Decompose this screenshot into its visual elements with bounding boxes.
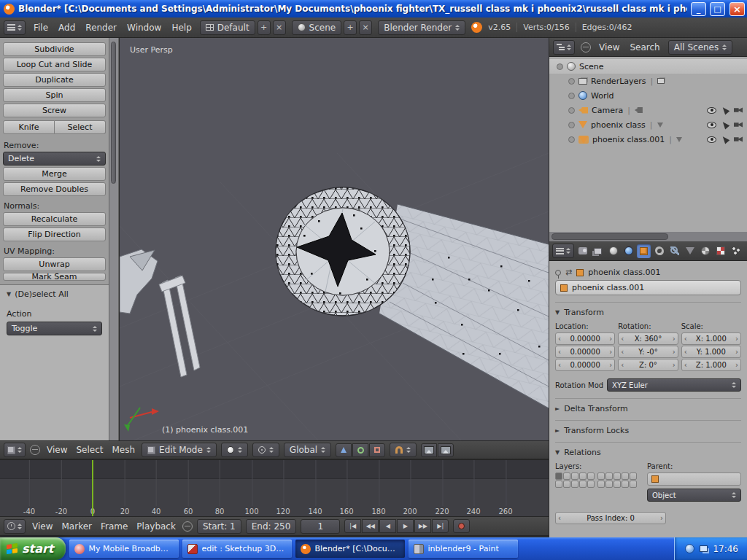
jump-to-start-button[interactable]: |◀ <box>344 519 361 533</box>
knife-button[interactable]: Knife <box>3 120 55 134</box>
layer-cell[interactable] <box>571 481 578 488</box>
orientation-dropdown[interactable]: Global <box>284 443 331 457</box>
expand-toggle-icon[interactable] <box>568 93 575 99</box>
opengl-render-anim-button[interactable] <box>438 443 454 457</box>
relations-panel-header[interactable]: ▼ Relations <box>555 448 741 457</box>
layer-cell[interactable] <box>579 472 587 480</box>
layer-cell[interactable] <box>579 481 587 488</box>
layer-cell[interactable] <box>555 481 562 488</box>
snap-dropdown[interactable] <box>390 443 417 457</box>
properties-tab-particles[interactable] <box>729 244 743 258</box>
layer-cell[interactable] <box>605 481 613 488</box>
tray-network-icon[interactable] <box>700 545 708 552</box>
flip-direction-button[interactable]: Flip Direction <box>3 228 106 241</box>
parent-type-dropdown[interactable]: Object <box>647 489 741 502</box>
collapse-menus-icon[interactable] <box>581 42 591 52</box>
breadcrumb-object-name[interactable]: phoenix class.001 <box>588 268 660 277</box>
delta-transform-panel-header[interactable]: ► Delta Transform <box>555 404 741 413</box>
outliner-item-label[interactable]: Camera <box>592 106 623 115</box>
layer-cell[interactable] <box>597 472 605 480</box>
subdivide-button[interactable]: Subdivide <box>3 42 106 56</box>
scale-manipulator-button[interactable] <box>369 443 385 457</box>
close-button[interactable]: × <box>729 2 745 16</box>
delete-dropdown[interactable]: Delete <box>3 152 106 166</box>
outliner-row-phoenix-class-001[interactable]: phoenix class.001 | <box>549 132 747 147</box>
layer-cell[interactable] <box>605 472 613 480</box>
outliner-row-world[interactable]: World <box>549 88 747 103</box>
properties-tab-object[interactable] <box>637 244 651 258</box>
restrict-render-icon[interactable] <box>734 136 743 142</box>
restrict-select-icon[interactable] <box>721 106 730 115</box>
opengl-render-button[interactable] <box>421 443 437 457</box>
scrollbar-thumb[interactable] <box>111 42 116 184</box>
expand-toggle-icon[interactable] <box>568 78 575 85</box>
tray-info-icon[interactable] <box>685 544 694 553</box>
loop-cut-button[interactable]: Loop Cut and Slide <box>3 58 106 71</box>
editor-type-button-outliner[interactable] <box>553 40 575 55</box>
end-frame-field[interactable]: End: 250 <box>246 519 297 534</box>
object-name-field[interactable]: phoenix class.001 <box>555 280 741 295</box>
add-layout-button[interactable]: + <box>258 20 271 35</box>
taskbar-item-paint[interactable]: inblender9 - Paint <box>409 540 518 558</box>
menu-view-3d[interactable]: View <box>44 444 69 456</box>
viewport-shading-dropdown[interactable] <box>221 443 248 457</box>
properties-tab-scene[interactable] <box>606 244 620 258</box>
render-engine-select[interactable]: Blender Render <box>378 20 465 35</box>
menu-playback[interactable]: Playback <box>134 521 178 532</box>
pass-index-field[interactable]: Pass Index: 0 <box>555 512 666 524</box>
layer-cell[interactable] <box>614 472 621 480</box>
play-button[interactable]: ▶ <box>397 519 414 533</box>
properties-tab-physics[interactable] <box>744 244 747 258</box>
spin-button[interactable]: Spin <box>3 88 106 102</box>
current-frame-field[interactable]: 1 <box>301 519 340 534</box>
maximize-button[interactable]: □ <box>710 2 725 16</box>
properties-tab-world[interactable] <box>622 244 635 258</box>
location-z-field[interactable]: 0.00000 <box>555 359 615 371</box>
display-filter-dropdown[interactable]: All Scenes <box>668 40 733 55</box>
restrict-render-icon[interactable] <box>734 122 743 128</box>
rotation-x-field[interactable]: X: 360° <box>618 332 678 345</box>
restrict-select-icon[interactable] <box>721 135 730 144</box>
delete-scene-button[interactable]: × <box>359 20 372 35</box>
editor-type-button[interactable] <box>4 20 26 35</box>
outliner-item-label[interactable]: phoenix class.001 <box>592 135 665 144</box>
properties-tab-modifiers[interactable] <box>667 244 681 258</box>
outliner-row-camera[interactable]: Camera | <box>549 103 747 117</box>
menu-help[interactable]: Help <box>169 22 193 34</box>
layer-cell[interactable] <box>630 481 637 488</box>
preview-range-icon[interactable] <box>182 521 193 532</box>
redo-panel-header[interactable]: ▼ (De)select All <box>7 289 102 299</box>
collapse-menus-icon[interactable] <box>30 445 40 455</box>
layer-cell[interactable] <box>571 472 578 480</box>
outliner-item-label[interactable]: RenderLayers <box>591 77 646 86</box>
outliner-row-phoenix-class[interactable]: phoenix class | <box>549 117 747 132</box>
minimize-button[interactable]: _ <box>691 2 706 16</box>
restrict-view-icon[interactable] <box>707 136 716 143</box>
properties-tab-data[interactable] <box>683 244 697 258</box>
screw-button[interactable]: Screw <box>3 104 106 117</box>
prev-keyframe-button[interactable]: ◀◀ <box>362 519 379 533</box>
layer-cell[interactable] <box>563 481 570 488</box>
scrollbar-thumb[interactable] <box>551 233 668 240</box>
restrict-view-icon[interactable] <box>707 107 716 114</box>
action-dropdown[interactable]: Toggle <box>7 322 102 335</box>
transform-locks-panel-header[interactable]: ► Transform Locks <box>555 426 741 435</box>
outliner-item-label[interactable]: World <box>591 91 614 101</box>
3d-viewport[interactable]: User Persp (1) phoenix class.001 <box>120 38 549 440</box>
outliner-row-renderlayers[interactable]: RenderLayers | <box>549 74 747 88</box>
merge-button[interactable]: Merge <box>3 167 106 181</box>
transform-panel-header[interactable]: ▼ Transform <box>555 308 741 317</box>
screen-layout-selector[interactable]: Default <box>200 20 255 35</box>
scale-x-field[interactable]: X: 1.000 <box>681 332 741 345</box>
add-scene-button[interactable]: + <box>344 20 357 35</box>
layer-cell[interactable] <box>597 481 605 488</box>
menu-mesh-3d[interactable]: Mesh <box>110 444 138 456</box>
delete-layout-button[interactable]: × <box>273 20 286 35</box>
outliner-horizontal-scrollbar[interactable] <box>549 232 747 241</box>
expand-toggle-icon[interactable] <box>557 63 563 70</box>
menu-render[interactable]: Render <box>83 22 119 34</box>
unwrap-button[interactable]: Unwrap <box>3 257 106 271</box>
layer-cell[interactable] <box>614 481 621 488</box>
editor-type-button-timeline[interactable] <box>4 519 26 534</box>
expand-toggle-icon[interactable] <box>568 122 575 128</box>
